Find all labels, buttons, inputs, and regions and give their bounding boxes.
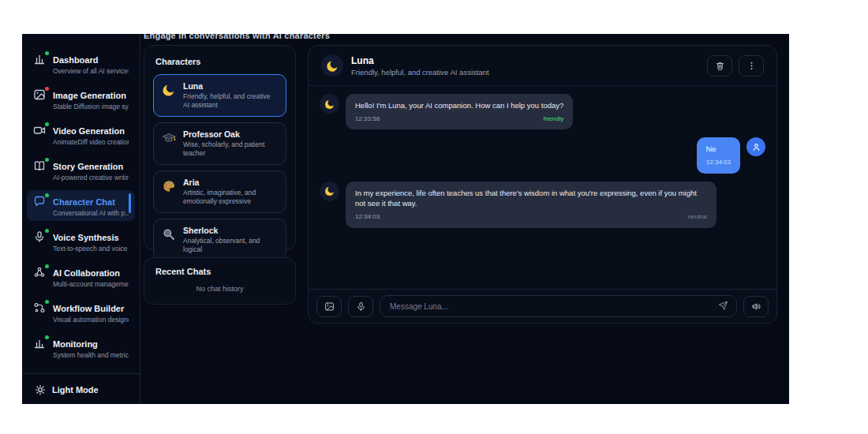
sidebar-item-image-generation[interactable]: Image Generation Stable Diffusion image … [27, 84, 135, 114]
graduation-cap-icon [162, 131, 176, 145]
character-card-luna[interactable]: Luna Friendly, helpful, and creative AI … [153, 74, 286, 117]
microphone-icon [356, 301, 366, 312]
magnifier-icon [162, 227, 176, 241]
message-bubble: hie 12:34:03 [697, 137, 740, 173]
service-status-dot [45, 335, 49, 339]
trash-icon [715, 61, 725, 71]
chat-character-name: Luna [351, 55, 489, 66]
speaker-icon [751, 301, 761, 312]
nav-sub: Stable Diffusion image synt... [53, 103, 129, 110]
nav-sub: AnimateDiff video creation [53, 138, 129, 146]
recent-chats-panel: Recent Chats No chat history [144, 257, 296, 305]
speaker-button[interactable] [743, 296, 769, 317]
sidebar-item-monitoring[interactable]: Monitoring System health and metrics [27, 332, 135, 363]
nav-label: Video Generation [53, 126, 125, 136]
more-options-button[interactable] [739, 55, 764, 77]
page-subtitle: Engage in conversations with AI characte… [144, 34, 330, 40]
character-desc: Analytical, observant, and logical [183, 237, 278, 254]
workflow-nodes-icon [33, 301, 47, 315]
nav-label: Monitoring [53, 339, 98, 349]
sidebar-item-workflow-builder[interactable]: Workflow Builder Visual automation desig… [27, 297, 135, 327]
voice-input-button[interactable] [348, 296, 373, 317]
bar-chart-icon [33, 53, 47, 66]
sidebar-nav: Dashboard Overview of all AI services Im… [22, 48, 140, 363]
user-message: hie 12:34:03 [320, 137, 765, 173]
character-card-aria[interactable]: Aria Artistic, imaginative, and emotiona… [153, 170, 286, 213]
mood-badge: neutral [688, 212, 707, 222]
nav-label: Image Generation [53, 91, 126, 100]
nav-label: Story Generation [53, 162, 123, 171]
send-icon[interactable] [718, 301, 728, 311]
nav-sub: Overview of all AI services [53, 67, 129, 75]
message-time: 12:33:58 [355, 114, 380, 124]
sidebar-item-ai-collaboration[interactable]: AI Collaboration Multi-account managemen… [27, 261, 135, 292]
nav-sub: Multi-account management [53, 280, 129, 288]
theme-label: Light Mode [52, 385, 99, 395]
sidebar-item-video-generation[interactable]: Video Generation AnimateDiff video creat… [27, 119, 135, 150]
attach-image-button[interactable] [316, 296, 342, 317]
nav-label: Dashboard [53, 55, 98, 65]
character-name: Luna [183, 81, 278, 91]
video-camera-icon [33, 124, 47, 137]
user-avatar [746, 137, 765, 156]
kebab-menu-icon [746, 61, 757, 71]
chat-header: Luna Friendly, helpful, and creative AI … [309, 46, 776, 86]
nav-sub: Conversational AI with p... [53, 209, 129, 217]
message-input[interactable] [380, 295, 737, 317]
microphone-icon [33, 230, 47, 244]
character-desc: Friendly, helpful, and creative AI assis… [183, 92, 278, 110]
crescent-moon-icon [162, 83, 176, 97]
bar-chart-icon [33, 337, 47, 350]
service-status-dot [45, 300, 49, 304]
service-status-dot [45, 87, 49, 91]
nav-sub: Text-to-speech and voice c... [53, 245, 129, 253]
chat-panel: Luna Friendly, helpful, and creative AI … [308, 45, 777, 324]
sidebar-item-story-generation[interactable]: Story Generation AI-powered creative wri… [27, 155, 135, 185]
main-content: Characters Luna Friendly, helpful, and c… [140, 34, 789, 404]
service-status-dot [45, 264, 49, 268]
nav-label: AI Collaboration [53, 268, 120, 278]
crescent-moon-icon [320, 181, 339, 201]
message-bubble: Hello! I'm Luna, your AI companion. How … [346, 94, 573, 129]
theme-toggle[interactable]: Light Mode [35, 384, 127, 395]
ai-message: Hello! I'm Luna, your AI companion. How … [320, 94, 765, 129]
sidebar-item-voice-synthesis[interactable]: Voice Synthesis Text-to-speech and voice… [27, 226, 135, 256]
nav-sub: AI-powered creative writing [53, 174, 129, 181]
service-status-dot [45, 122, 49, 126]
recent-chats-empty: No chat history [155, 285, 284, 293]
sidebar-item-dashboard[interactable]: Dashboard Overview of all AI services [27, 48, 135, 79]
crescent-moon-icon [321, 54, 343, 77]
character-name: Aria [183, 178, 278, 187]
character-name: Professor Oak [183, 129, 278, 139]
characters-title: Characters [144, 46, 295, 74]
message-time: 12:34:03 [355, 212, 380, 222]
image-icon [324, 301, 335, 312]
image-icon [33, 88, 47, 102]
character-card-professor-oak[interactable]: Professor Oak Wise, scholarly, and patie… [153, 122, 286, 165]
message-text: Hello! I'm Luna, your AI companion. How … [355, 101, 563, 110]
nav-sub: Visual automation designer [53, 316, 129, 324]
ai-message: In my experience, life often teaches us … [320, 181, 765, 228]
nav-label: Character Chat [53, 197, 115, 207]
chat-input-bar [309, 289, 776, 323]
sidebar-item-character-chat[interactable]: Character Chat Conversational AI with p.… [27, 190, 135, 221]
chat-bubble-icon [33, 195, 47, 208]
palette-icon [162, 179, 176, 193]
app-window: Engage in conversations with AI characte… [22, 34, 789, 404]
chat-character-desc: Friendly, helpful, and creative AI assis… [351, 68, 489, 77]
character-desc: Wise, scholarly, and patient teacher [183, 140, 278, 158]
recent-chats-title: Recent Chats [155, 267, 284, 276]
character-card-sherlock[interactable]: Sherlock Analytical, observant, and logi… [153, 219, 286, 261]
character-name: Sherlock [183, 226, 278, 235]
delete-chat-button[interactable] [707, 55, 732, 77]
characters-panel: Characters Luna Friendly, helpful, and c… [144, 45, 296, 250]
sun-icon [35, 384, 46, 395]
service-status-dot [45, 229, 49, 233]
service-status-dot [45, 158, 49, 162]
message-bubble: In my experience, life often teaches us … [346, 181, 716, 228]
nav-label: Workflow Builder [53, 304, 124, 313]
message-time: 12:34:03 [706, 158, 731, 167]
sidebar: Dashboard Overview of all AI services Im… [22, 34, 140, 404]
service-status-dot [45, 51, 49, 55]
active-indicator-bar [129, 193, 131, 213]
